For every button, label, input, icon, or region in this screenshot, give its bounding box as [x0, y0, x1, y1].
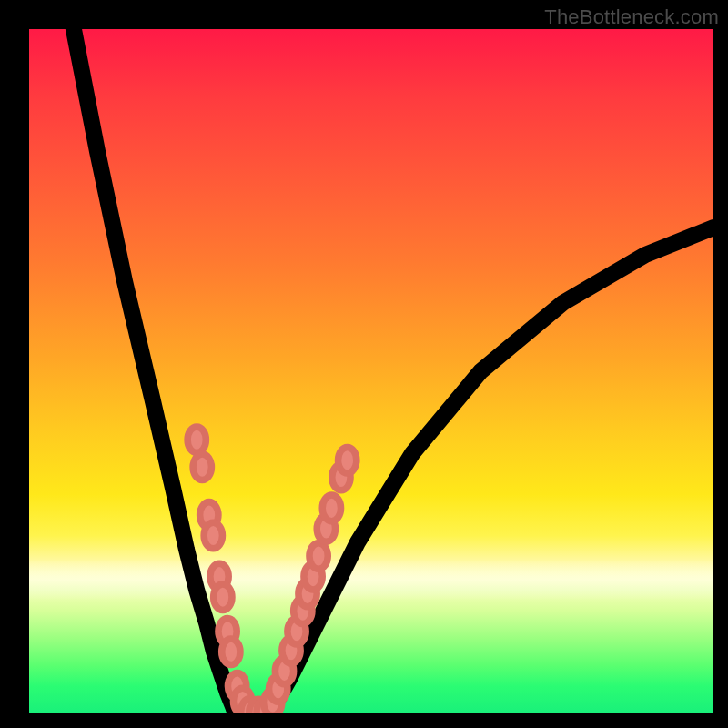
data-marker [204, 522, 222, 549]
curve-layer [29, 29, 713, 713]
data-marker [222, 639, 240, 665]
data-marker [309, 543, 328, 570]
watermark-text: TheBottleneck.com [544, 5, 719, 29]
data-marker [322, 495, 340, 521]
curve-left-branch [74, 29, 235, 710]
chart-root: TheBottleneck.com [0, 0, 728, 728]
data-marker [187, 427, 206, 453]
plot-area [29, 29, 713, 713]
data-marker [339, 447, 357, 473]
data-marker [193, 454, 211, 480]
data-marker [214, 584, 232, 611]
